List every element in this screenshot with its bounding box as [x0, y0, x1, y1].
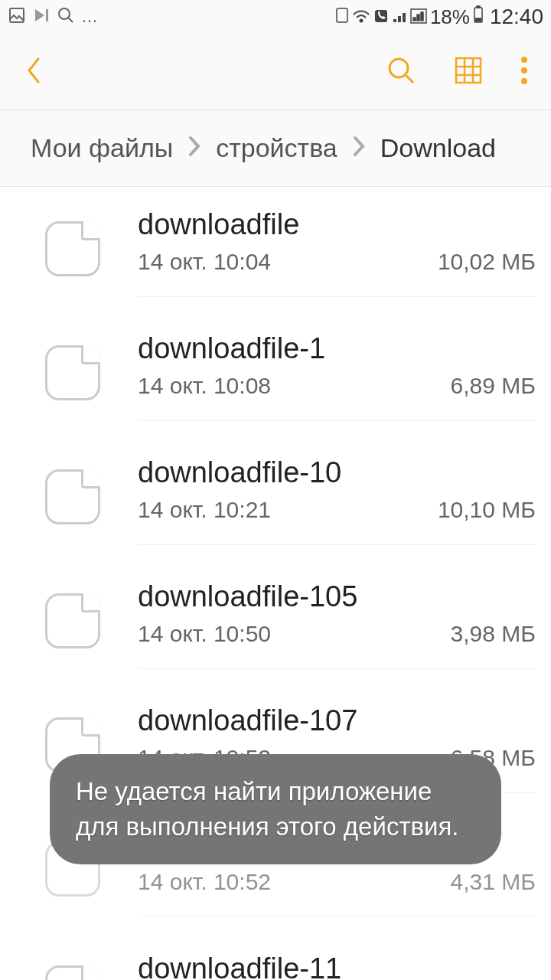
svg-rect-1 [46, 9, 48, 21]
file-size: 6,89 МБ [451, 373, 536, 399]
svg-rect-0 [10, 8, 24, 22]
file-icon [38, 586, 107, 655]
sd-icon [335, 5, 349, 29]
wifi-icon [352, 5, 370, 29]
svg-point-10 [390, 59, 408, 77]
chevron-right-icon [188, 133, 201, 163]
svg-rect-8 [477, 6, 480, 8]
file-name: downloadfile [138, 208, 536, 241]
svg-point-4 [360, 19, 362, 21]
toast-message: Не удается найти приложение для выполнен… [50, 754, 501, 864]
image-icon [8, 6, 26, 28]
file-date: 14 окт. 10:50 [138, 621, 271, 647]
more-status-icon: … [81, 7, 98, 27]
toast-text: Не удается найти приложение для выполнен… [76, 777, 459, 841]
svg-point-13 [521, 67, 527, 74]
status-bar: … 18% 12:40 [0, 0, 551, 34]
svg-rect-9 [475, 18, 481, 21]
file-date: 14 окт. 10:21 [138, 497, 271, 523]
file-name: downloadfile-1 [138, 332, 536, 365]
file-name: downloadfile-11 [138, 952, 536, 980]
chevron-right-icon [353, 133, 365, 163]
file-icon [38, 462, 107, 531]
breadcrumb-mid[interactable]: стройства [216, 133, 337, 163]
file-size: 10,02 МБ [438, 249, 536, 275]
file-icon [38, 959, 107, 980]
file-name: downloadfile-105 [138, 580, 536, 613]
file-size: 4,31 МБ [451, 869, 536, 895]
more-button[interactable] [520, 56, 528, 88]
file-row[interactable]: downloadfile-105 14 окт. 10:50 3,98 МБ [0, 559, 551, 683]
file-date: 14 окт. 10:04 [138, 249, 271, 275]
signal-icon-1 [392, 5, 407, 29]
play-icon [32, 6, 51, 28]
file-row[interactable]: downloadfile-10 14 окт. 10:21 10,10 МБ [0, 435, 551, 559]
svg-point-2 [59, 8, 70, 19]
file-icon [38, 214, 107, 283]
file-name: downloadfile-10 [138, 456, 536, 489]
file-row[interactable]: downloadfile-11 14 окт. 10:47 7,70 МБ [0, 931, 551, 980]
file-date: 14 окт. 10:08 [138, 373, 271, 399]
file-icon [38, 338, 107, 407]
svg-rect-3 [337, 8, 347, 22]
file-size: 10,10 МБ [438, 497, 536, 523]
back-button[interactable] [23, 54, 44, 90]
signal-icon-2 [410, 5, 427, 29]
svg-point-14 [521, 78, 527, 84]
file-size: 3,98 МБ [451, 621, 536, 647]
app-bar [0, 34, 551, 110]
breadcrumb-leaf[interactable]: Download [380, 133, 496, 163]
breadcrumb-root[interactable]: Мои файлы [31, 133, 173, 163]
svg-point-12 [521, 57, 527, 63]
file-row[interactable]: downloadfile 14 окт. 10:04 10,02 МБ [0, 187, 551, 311]
battery-icon [473, 5, 484, 29]
file-row[interactable]: downloadfile-1 14 окт. 10:08 6,89 МБ [0, 311, 551, 435]
search-button[interactable] [386, 55, 416, 89]
svg-rect-11 [456, 58, 481, 83]
file-name: downloadfile-107 [138, 704, 536, 737]
battery-percent: 18% [430, 5, 470, 29]
phone-icon [373, 5, 389, 29]
search-status-icon [57, 6, 75, 28]
file-date: 14 окт. 10:52 [138, 869, 271, 895]
clock-time: 12:40 [490, 5, 543, 29]
breadcrumb: Мои файлы стройства Download [0, 110, 551, 187]
grid-view-button[interactable] [455, 57, 482, 87]
